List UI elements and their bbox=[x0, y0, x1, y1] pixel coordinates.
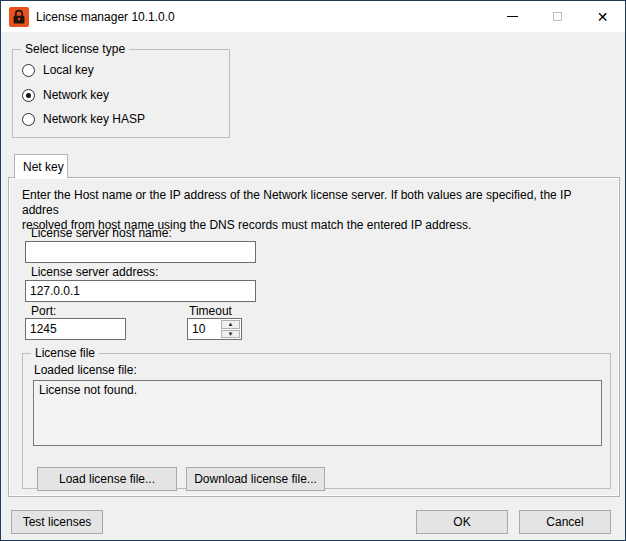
spin-up-icon[interactable]: ▲ bbox=[221, 320, 240, 329]
tab-net-key[interactable]: Net key bbox=[14, 154, 68, 178]
host-name-input[interactable] bbox=[25, 241, 256, 263]
spin-down-icon[interactable]: ▼ bbox=[221, 330, 240, 339]
load-license-file-button[interactable]: Load license file... bbox=[37, 467, 177, 491]
net-key-tab-panel: Enter the Host name or the IP address of… bbox=[8, 177, 620, 497]
timeout-spin-buttons: ▲ ▼ bbox=[221, 319, 241, 339]
radio-option-network-key-hasp[interactable]: Network key HASP bbox=[22, 111, 145, 127]
license-file-group: License file Loaded license file: Licens… bbox=[22, 353, 611, 489]
cancel-button[interactable]: Cancel bbox=[519, 510, 611, 534]
license-type-group-title: Select license type bbox=[21, 42, 129, 56]
radio-circle-local-key[interactable] bbox=[22, 64, 35, 77]
titlebar[interactable]: License manager 10.1.0.0 ✕ bbox=[1, 1, 625, 32]
radio-label-network-key-hasp: Network key HASP bbox=[43, 112, 145, 126]
window-controls: ✕ bbox=[490, 1, 625, 32]
timeout-input[interactable] bbox=[188, 319, 221, 339]
loaded-license-file-label: Loaded license file: bbox=[34, 363, 137, 377]
close-button[interactable]: ✕ bbox=[580, 1, 625, 32]
maximize-button bbox=[535, 1, 580, 32]
radio-circle-network-key-hasp[interactable] bbox=[22, 113, 35, 126]
server-address-label: License server address: bbox=[31, 265, 158, 279]
tab-net-key-label: Net key bbox=[23, 160, 64, 174]
radio-circle-network-key[interactable] bbox=[22, 89, 35, 102]
host-name-label: License server host name: bbox=[31, 226, 172, 240]
radio-option-local-key[interactable]: Local key bbox=[22, 62, 94, 78]
test-licenses-button[interactable]: Test licenses bbox=[11, 510, 103, 534]
download-license-file-button[interactable]: Download license file... bbox=[186, 467, 325, 491]
timeout-spinner[interactable]: ▲ ▼ bbox=[187, 318, 242, 340]
lock-icon bbox=[9, 7, 29, 27]
radio-label-local-key: Local key bbox=[43, 63, 94, 77]
license-status-text: License not found. bbox=[39, 383, 137, 397]
window-title: License manager 10.1.0.0 bbox=[36, 10, 175, 24]
timeout-label: Timeout bbox=[189, 304, 232, 318]
ok-button[interactable]: OK bbox=[416, 510, 508, 534]
port-label: Port: bbox=[31, 304, 56, 318]
radio-option-network-key[interactable]: Network key bbox=[22, 87, 109, 103]
radio-label-network-key: Network key bbox=[43, 88, 109, 102]
port-input[interactable] bbox=[25, 318, 126, 340]
minimize-button[interactable] bbox=[490, 1, 535, 32]
server-address-input[interactable] bbox=[25, 280, 256, 302]
license-file-group-title: License file bbox=[31, 346, 99, 360]
license-manager-window: License manager 10.1.0.0 ✕ Select licens… bbox=[0, 0, 626, 541]
license-status-box[interactable]: License not found. bbox=[33, 380, 602, 446]
license-type-group: Select license type Local key Network ke… bbox=[12, 49, 230, 138]
